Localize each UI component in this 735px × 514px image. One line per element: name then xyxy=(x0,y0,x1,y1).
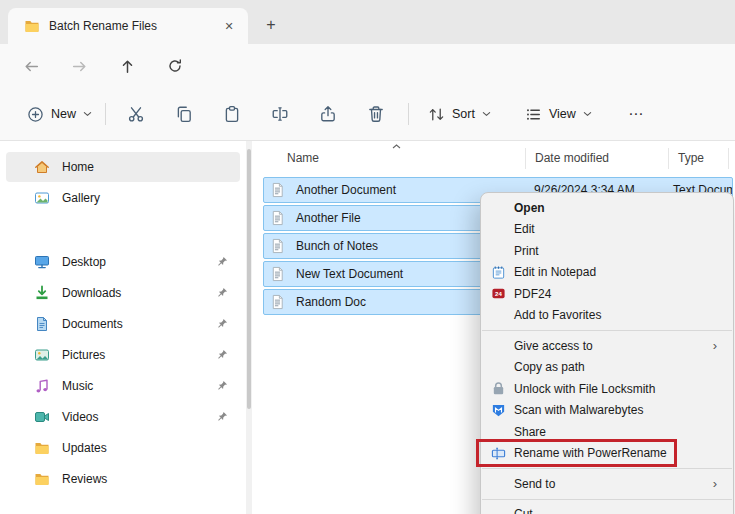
sort-label: Sort xyxy=(452,107,475,121)
menu-item-label: Print xyxy=(514,244,539,258)
sidebar-item-gallery[interactable]: Gallery xyxy=(6,183,240,213)
icon-placeholder xyxy=(491,200,506,215)
folder-icon xyxy=(34,440,50,456)
lock-icon xyxy=(491,381,506,396)
column-header-date-modified[interactable]: Date modified xyxy=(535,151,609,165)
sidebar-item-downloads[interactable]: Downloads xyxy=(6,278,240,308)
new-tab-button[interactable]: + xyxy=(258,12,284,38)
sidebar-item-label: Downloads xyxy=(62,286,121,300)
sort-button[interactable]: Sort xyxy=(419,97,500,131)
column-header-type[interactable]: Type xyxy=(678,151,704,165)
menu-item-add-to-favorites[interactable]: Add to Favorites xyxy=(481,305,733,327)
menu-item-edit[interactable]: Edit xyxy=(481,219,733,241)
file-name: Another File xyxy=(296,211,361,225)
menu-item-label: Open xyxy=(514,201,545,215)
rename-button[interactable] xyxy=(260,96,300,132)
sidebar-item-updates[interactable]: Updates xyxy=(6,433,240,463)
menu-item-cut[interactable]: Cut xyxy=(481,504,733,514)
menu-item-label: Copy as path xyxy=(514,360,585,374)
sidebar-item-label: Documents xyxy=(62,317,123,331)
menu-item-label: Edit in Notepad xyxy=(514,265,596,279)
cut-button[interactable] xyxy=(116,96,156,132)
sidebar-item-desktop[interactable]: Desktop xyxy=(6,247,240,277)
menu-item-label: Share xyxy=(514,425,546,439)
tab-batch-rename-files[interactable]: Batch Rename Files ✕ xyxy=(8,8,248,44)
menu-item-scan-with-malwarebytes[interactable]: Scan with Malwarebytes xyxy=(481,400,733,422)
menu-item-label: Cut xyxy=(514,507,533,514)
view-icon xyxy=(525,106,542,123)
text-document-icon xyxy=(270,182,286,198)
file-name: Another Document xyxy=(296,183,396,197)
column-header-name[interactable]: Name xyxy=(287,151,319,165)
menu-item-label: Scan with Malwarebytes xyxy=(514,403,643,417)
column-headers: Name Date modified Type xyxy=(252,146,735,172)
up-arrow-icon xyxy=(119,58,136,75)
svg-text:24: 24 xyxy=(495,290,502,297)
sidebar-item-label: Updates xyxy=(62,441,107,455)
text-document-icon xyxy=(270,238,286,254)
icon-placeholder xyxy=(491,338,506,353)
sidebar-item-videos[interactable]: Videos xyxy=(6,402,240,432)
column-divider[interactable] xyxy=(525,148,526,169)
menu-item-open[interactable]: Open xyxy=(481,197,733,219)
notepad-icon xyxy=(491,265,506,280)
more-options-button[interactable]: ⋯ xyxy=(619,97,653,131)
home-icon xyxy=(34,159,50,175)
pdf24-icon: 24 xyxy=(491,286,506,301)
documents-icon xyxy=(34,316,50,332)
close-tab-icon[interactable]: ✕ xyxy=(218,15,240,37)
forward-button[interactable] xyxy=(62,49,96,83)
sidebar-item-pictures[interactable]: Pictures xyxy=(6,340,240,370)
menu-item-unlock-with-file-locksmith[interactable]: Unlock with File Locksmith xyxy=(481,378,733,400)
sidebar-item-music[interactable]: Music xyxy=(6,371,240,401)
chevron-down-icon xyxy=(83,111,92,117)
pin-icon xyxy=(217,349,228,360)
malwarebytes-icon xyxy=(491,403,506,418)
refresh-button[interactable] xyxy=(158,49,192,83)
new-label: New xyxy=(51,107,76,121)
sidebar-item-reviews[interactable]: Reviews xyxy=(6,464,240,494)
menu-item-give-access-to[interactable]: Give access to › xyxy=(481,335,733,357)
view-button[interactable]: View xyxy=(516,97,601,131)
file-name: Bunch of Notes xyxy=(296,239,378,253)
trash-icon xyxy=(367,105,385,123)
chevron-down-icon xyxy=(482,111,491,117)
column-divider[interactable] xyxy=(668,148,669,169)
menu-item-label: Give access to xyxy=(514,339,593,353)
copy-button[interactable] xyxy=(164,96,204,132)
column-divider[interactable] xyxy=(728,148,729,169)
delete-button[interactable] xyxy=(356,96,396,132)
new-button[interactable]: New xyxy=(18,97,101,131)
share-icon xyxy=(319,105,337,123)
tab-title: Batch Rename Files xyxy=(49,19,209,33)
pin-icon xyxy=(217,256,228,267)
menu-item-pdf24[interactable]: 24 PDF24 xyxy=(481,283,733,305)
sidebar-item-label: Desktop xyxy=(62,255,106,269)
menu-item-label: Add to Favorites xyxy=(514,308,601,322)
sidebar-item-label: Home xyxy=(62,160,94,174)
sidebar-item-label: Pictures xyxy=(62,348,105,362)
paste-button[interactable] xyxy=(212,96,252,132)
pin-icon xyxy=(217,380,228,391)
icon-placeholder xyxy=(491,308,506,323)
cut-icon xyxy=(127,105,145,123)
sidebar-item-home[interactable]: Home xyxy=(6,152,240,182)
menu-item-send-to[interactable]: Send to › xyxy=(481,473,733,495)
file-name: New Text Document xyxy=(296,267,403,281)
icon-placeholder xyxy=(491,243,506,258)
menu-item-copy-as-path[interactable]: Copy as path xyxy=(481,357,733,379)
sidebar-section-gap xyxy=(0,214,246,246)
submenu-arrow-icon: › xyxy=(713,338,717,353)
icon-placeholder xyxy=(491,360,506,375)
submenu-arrow-icon: › xyxy=(713,476,717,491)
music-icon xyxy=(34,378,50,394)
share-button[interactable] xyxy=(308,96,348,132)
menu-item-print[interactable]: Print xyxy=(481,240,733,262)
menu-item-edit-in-notepad[interactable]: Edit in Notepad xyxy=(481,262,733,284)
back-button[interactable] xyxy=(14,49,48,83)
up-button[interactable] xyxy=(110,49,144,83)
menu-item-label: Send to xyxy=(514,477,555,491)
sidebar-item-label: Reviews xyxy=(62,472,107,486)
sidebar-item-documents[interactable]: Documents xyxy=(6,309,240,339)
scrollbar-thumb[interactable] xyxy=(247,149,251,409)
